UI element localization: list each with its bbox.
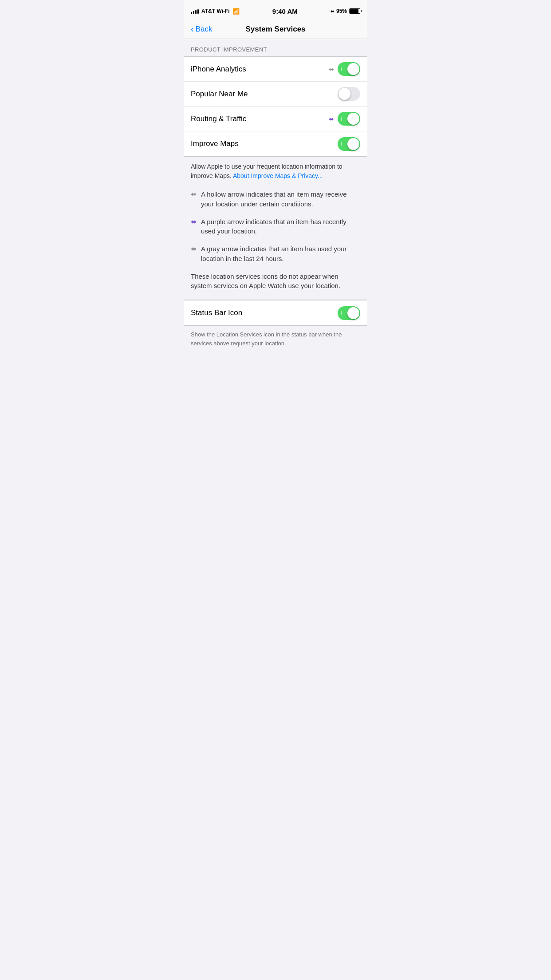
iphone-analytics-right: ⬌︎ I (329, 62, 360, 76)
signal-bar-3 (195, 10, 197, 14)
row-label-left: iPhone Analytics (191, 65, 246, 74)
toggle-knob (347, 138, 359, 150)
status-left: AT&T Wi-Fi 📶 (191, 8, 240, 15)
battery-percent: 95% (336, 8, 347, 14)
wifi-icon: 📶 (232, 8, 240, 15)
legend-purple: ⬌︎ A purple arrow indicates that an item… (191, 217, 360, 237)
popular-near-me-toggle[interactable] (338, 87, 360, 101)
purple-arrow-icon: ⬌︎ (329, 115, 334, 122)
gray-arrow-icon: ⬌︎ (329, 66, 334, 73)
popular-near-me-right (338, 87, 360, 101)
signal-bar-1 (191, 12, 192, 14)
back-chevron-icon: ‹ (191, 24, 194, 33)
toggle-knob (338, 88, 350, 100)
row-iphone-analytics: iPhone Analytics ⬌︎ I (184, 57, 367, 82)
toggle-on-label: I (341, 311, 342, 316)
toggle-on-label: I (341, 67, 342, 71)
battery-fill (350, 9, 358, 13)
row-status-bar-icon: Status Bar Icon I (184, 300, 367, 325)
improve-maps-right: I (338, 137, 360, 151)
location-icon: ⬌︎ (331, 9, 334, 14)
improve-maps-toggle[interactable]: I (338, 137, 360, 151)
iphone-analytics-toggle[interactable]: I (338, 62, 360, 76)
back-button[interactable]: ‹ Back (191, 25, 212, 34)
purple-arrow-text: A purple arrow indicates that an item ha… (201, 217, 360, 237)
hollow-arrow-icon: ⬌︎ (191, 190, 197, 198)
row-label-left: Popular Near Me (191, 90, 248, 99)
legend-gray: ⬌︎ A gray arrow indicates that an item h… (191, 244, 360, 264)
status-bar-icon-toggle[interactable]: I (338, 306, 360, 320)
signal-bar-2 (193, 11, 194, 14)
popular-near-me-label: Popular Near Me (191, 90, 248, 99)
row-routing-traffic: Routing & Traffic ⬌︎ I (184, 107, 367, 131)
iphone-analytics-label: iPhone Analytics (191, 65, 246, 74)
status-bar-icon-label: Status Bar Icon (191, 308, 242, 317)
gray-arrow-text: A gray arrow indicates that an item has … (201, 244, 360, 264)
toggle-on-label: I (341, 142, 342, 146)
hollow-arrow-text: A hollow arrow indicates that an item ma… (201, 190, 360, 209)
toggle-knob (347, 113, 359, 125)
gray-arrow-legend-icon: ⬌︎ (191, 245, 197, 253)
status-right: ⬌︎ 95% (331, 8, 360, 14)
settings-group-product-improvement: iPhone Analytics ⬌︎ I Popular Near Me Ro… (184, 56, 367, 157)
row-improve-maps: Improve Maps I (184, 131, 367, 156)
settings-group-status: Status Bar Icon I (184, 300, 367, 326)
info-link[interactable]: About Improve Maps & Privacy... (233, 172, 323, 179)
back-label: Back (196, 25, 213, 34)
info-main-text: Allow Apple to use your frequent locatio… (191, 162, 360, 181)
toggle-knob (347, 63, 359, 75)
carrier-label: AT&T Wi-Fi (201, 8, 230, 14)
toggle-on-label: I (341, 116, 342, 121)
legend-hollow: ⬌︎ A hollow arrow indicates that an item… (191, 190, 360, 209)
routing-traffic-right: ⬌︎ I (329, 112, 360, 126)
status-time: 9:40 AM (272, 8, 298, 15)
row-popular-near-me: Popular Near Me (184, 82, 367, 107)
status-bar: AT&T Wi-Fi 📶 9:40 AM ⬌︎ 95% (184, 0, 367, 20)
section-header: PRODUCT IMPROVEMENT (184, 39, 367, 56)
signal-bars (191, 8, 199, 14)
signal-bar-4 (197, 9, 199, 14)
status-bar-icon-left: Status Bar Icon (191, 308, 242, 317)
status-bar-icon-footer: Show the Location Services icon in the s… (184, 326, 367, 352)
apple-watch-note: These location services icons do not app… (191, 272, 360, 291)
battery-icon (349, 8, 360, 14)
battery-container (349, 8, 360, 14)
improve-maps-label: Improve Maps (191, 139, 239, 148)
nav-bar: ‹ Back System Services (184, 20, 367, 39)
toggle-knob (347, 307, 359, 319)
status-bar-icon-section: Status Bar Icon I Show the Location Serv… (184, 300, 367, 352)
page-title: System Services (245, 25, 305, 34)
purple-arrow-legend-icon: ⬌︎ (191, 217, 197, 226)
routing-traffic-toggle[interactable]: I (338, 112, 360, 126)
status-bar-icon-right: I (338, 306, 360, 320)
row-label-left: Improve Maps (191, 139, 239, 148)
routing-traffic-label: Routing & Traffic (191, 115, 246, 123)
info-box: Allow Apple to use your frequent locatio… (184, 157, 367, 300)
row-label-left: Routing & Traffic (191, 115, 246, 123)
